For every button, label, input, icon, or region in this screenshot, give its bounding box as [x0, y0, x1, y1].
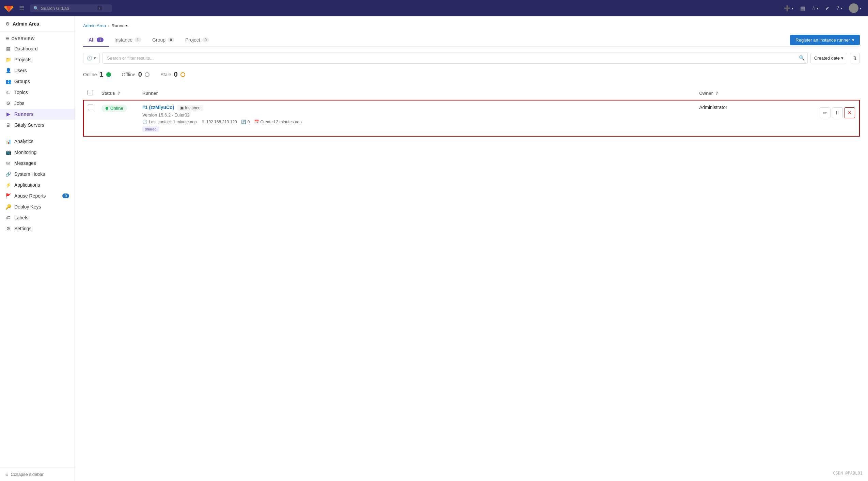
slash-shortcut: / [97, 6, 102, 11]
filter-row: 🕐 ▾ 🔍 Created date ▾ ⇅ [83, 52, 860, 64]
search-history-button[interactable]: 🕐 ▾ [83, 53, 100, 63]
sidebar-item-settings[interactable]: ⚙ Settings [0, 223, 75, 234]
global-search[interactable]: 🔍 / [30, 4, 112, 12]
sidebar-item-labels[interactable]: 🏷 Labels [0, 212, 75, 223]
user-menu-button[interactable]: ▾ [846, 1, 864, 15]
todos-button[interactable]: ✔ [822, 3, 832, 14]
sidebar-item-abuse-reports[interactable]: 🚩 Abuse Reports 0 [0, 190, 75, 201]
created-item: 📅 Created 2 minutes ago [254, 120, 302, 124]
sidebar-item-analytics[interactable]: 📊 Analytics [0, 136, 75, 147]
tab-instance[interactable]: Instance 1 [109, 34, 147, 47]
app-icon: ⚡ [5, 182, 11, 188]
topic-icon: 🏷 [5, 90, 11, 95]
breadcrumb-admin-link[interactable]: Admin Area [83, 23, 106, 28]
delete-runner-button[interactable]: ✕ [844, 107, 855, 118]
sidebar-item-deploy-keys[interactable]: 🔑 Deploy Keys [0, 201, 75, 212]
key-icon: 🔑 [5, 204, 11, 210]
avatar [849, 3, 858, 13]
sidebar-item-monitoring[interactable]: 📺 Monitoring [0, 147, 75, 158]
tab-group[interactable]: Group 0 [147, 34, 180, 47]
jobs-item: 🔄 0 [241, 120, 250, 124]
main-content: Admin Area › Runners All 1 Instance 1 Gr… [75, 16, 868, 481]
table-row: Online #1 (zzMiyuCo) ▣ Instance Version … [83, 100, 859, 136]
runner-name-link[interactable]: #1 (zzMiyuCo) [142, 105, 174, 110]
user-icon: 👤 [5, 68, 11, 73]
select-all-header [83, 87, 97, 100]
runner-icon: ▶ [5, 111, 11, 117]
runner-tabs: All 1 Instance 1 Group 0 Project 0 Regis… [83, 34, 860, 47]
group-icon: 👥 [5, 79, 11, 84]
calendar-icon: 📅 [254, 120, 259, 124]
collapse-sidebar-button[interactable]: « Collapse sidebar [5, 472, 69, 477]
stat-stale: Stale 0 [160, 71, 185, 78]
table-header: Status ? Runner Owner ? [83, 87, 859, 100]
breadcrumb-separator: › [108, 23, 109, 28]
sidebar-item-users[interactable]: 👤 Users [0, 65, 75, 76]
instance-icon: ▣ [180, 106, 184, 110]
last-contact-item: 🕐 Last contact: 1 minute ago [142, 120, 197, 124]
gitlab-logo[interactable] [4, 3, 14, 13]
sidebar-item-messages[interactable]: ✉ Messages [0, 158, 75, 169]
message-icon: ✉ [5, 160, 11, 166]
sidebar-item-runners[interactable]: ▶ Runners [0, 109, 75, 120]
sidebar-item-gitaly[interactable]: 🖥 Gitaly Servers [0, 120, 75, 130]
search-input[interactable] [103, 53, 796, 63]
app-layout: ⚙ Admin Area ☰ Overview ▦ Dashboard 📁 Pr… [0, 16, 868, 481]
actions-cell: ✏ ⏸ ✕ [816, 100, 859, 136]
help-icon: ? [836, 5, 839, 11]
sidebar-item-applications[interactable]: ⚡ Applications [0, 180, 75, 190]
select-all-checkbox[interactable] [88, 90, 93, 95]
sidebar-item-groups[interactable]: 👥 Groups [0, 76, 75, 87]
sidebar-item-jobs[interactable]: ⚙ Jobs [0, 98, 75, 109]
sidebar-item-system-hooks[interactable]: 🔗 System Hooks [0, 169, 75, 180]
runner-type-badge: ▣ Instance [177, 105, 203, 111]
status-dot [106, 107, 108, 110]
sidebar-item-dashboard[interactable]: ▦ Dashboard [0, 43, 75, 54]
hamburger-menu[interactable]: ☰ [16, 3, 27, 13]
status-help-icon[interactable]: ? [117, 91, 120, 96]
chevron-down-icon: ▾ [840, 6, 842, 10]
sidebar-toggle-button[interactable]: ▤ [798, 3, 808, 14]
row-select-checkbox[interactable] [88, 105, 93, 110]
create-new-button[interactable]: ➕ ▾ [781, 3, 796, 14]
topnav-actions: ➕ ▾ ▤ ⑃ ▾ ✔ ? ▾ ▾ [781, 1, 864, 15]
sidebar: ⚙ Admin Area ☰ Overview ▦ Dashboard 📁 Pr… [0, 16, 75, 481]
sidebar-item-topics[interactable]: 🏷 Topics [0, 87, 75, 98]
runner-cell: #1 (zzMiyuCo) ▣ Instance Version 15.6.2 … [138, 100, 695, 136]
search-box: 🔍 [102, 52, 808, 64]
help-button[interactable]: ? ▾ [834, 3, 845, 13]
monitor-icon: 📺 [5, 150, 11, 155]
overview-section-icon: ☰ [5, 36, 10, 41]
ip-item: 🖥 192.168.213.129 [201, 120, 237, 124]
edit-runner-button[interactable]: ✏ [820, 107, 831, 118]
folder-icon: 📁 [5, 57, 11, 62]
admin-area-icon: ⚙ [5, 21, 10, 27]
owner-help-icon[interactable]: ? [715, 91, 718, 96]
sort-dropdown-button[interactable]: Created date ▾ [810, 53, 847, 63]
sidebar-item-projects[interactable]: 📁 Projects [0, 54, 75, 65]
jobs-icon: ⚙ [5, 100, 11, 106]
chevron-down-icon: ▾ [792, 6, 793, 10]
stat-online: Online 1 [83, 71, 111, 78]
chart-icon: 📊 [5, 139, 11, 144]
tab-instance-badge: 1 [135, 37, 141, 42]
tab-all[interactable]: All 1 [83, 34, 109, 47]
sort-direction-button[interactable]: ⇅ [850, 53, 860, 63]
runner-name-row: #1 (zzMiyuCo) ▣ Instance [142, 105, 691, 111]
row-actions: ✏ ⏸ ✕ [820, 105, 855, 118]
merge-requests-button[interactable]: ⑃ ▾ [809, 3, 821, 13]
server-icon: 🖥 [5, 122, 11, 128]
search-input[interactable] [41, 6, 95, 11]
tab-project[interactable]: Project 0 [180, 34, 215, 47]
runner-column-header: Runner [138, 87, 695, 100]
search-icon: 🔍 [33, 6, 39, 11]
search-submit-button[interactable]: 🔍 [796, 52, 807, 63]
sidebar-header: ⚙ Admin Area [0, 16, 75, 32]
owner-cell: Administrator [695, 100, 816, 136]
status-cell: Online [97, 100, 138, 136]
register-instance-runner-button[interactable]: Register an instance runner ▾ [790, 35, 860, 45]
pause-runner-button[interactable]: ⏸ [832, 107, 843, 118]
topnav: ☰ 🔍 / ➕ ▾ ▤ ⑃ ▾ ✔ ? ▾ ▾ [0, 0, 868, 16]
actions-column-header [816, 87, 859, 100]
plus-icon: ➕ [784, 5, 791, 12]
